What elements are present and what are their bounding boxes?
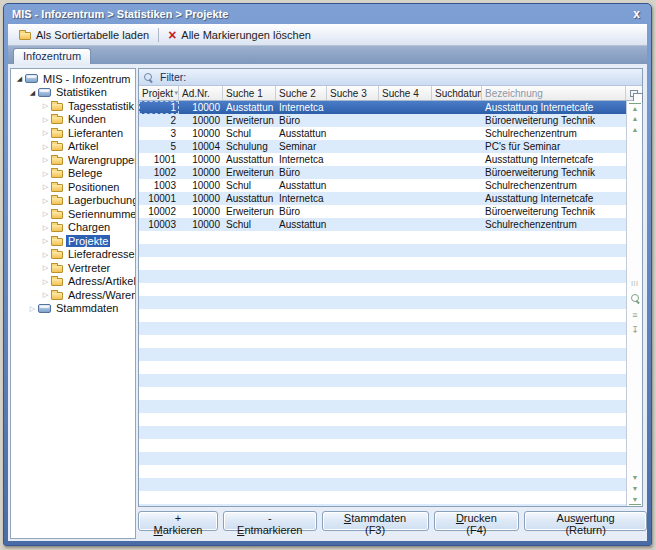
table-cell[interactable]: 1 bbox=[139, 101, 179, 114]
fit-columns-icon[interactable]: ||| bbox=[629, 279, 641, 288]
table-row[interactable]: 100110000AusstattunInternetcaAusstattung… bbox=[139, 153, 626, 166]
table-cell[interactable]: 2 bbox=[139, 114, 179, 127]
table-cell[interactable]: 10000 bbox=[179, 179, 223, 192]
column-header-ad-nr[interactable]: Ad.Nr. bbox=[179, 86, 223, 100]
table-cell[interactable]: 1003 bbox=[139, 179, 179, 192]
table-cell[interactable]: 10000 bbox=[179, 205, 223, 218]
table-cell[interactable]: Internetca bbox=[276, 153, 327, 166]
table-cell[interactable] bbox=[432, 153, 482, 166]
filter-icon[interactable] bbox=[144, 73, 153, 82]
tree-item-tagesstatistik[interactable]: ▷Tagesstatistik bbox=[11, 99, 135, 113]
table-row[interactable]: 510004SchulungSeminarPC's für Seminar bbox=[139, 140, 626, 153]
table-cell[interactable]: Ausstattun bbox=[223, 192, 276, 205]
table-row[interactable]: 1000210000ErweiterunBüroBüroerweiterung … bbox=[139, 205, 626, 218]
table-cell[interactable]: Schulrechenzentrum bbox=[482, 218, 626, 231]
table-cell[interactable]: 10000 bbox=[179, 153, 223, 166]
tree-item-adress-artikel[interactable]: ▷Adress/Artikel bbox=[11, 275, 135, 289]
table-cell[interactable] bbox=[379, 153, 432, 166]
table-cell[interactable] bbox=[327, 153, 379, 166]
tree-item-lieferadressen[interactable]: ▷Lieferadressen bbox=[11, 248, 135, 262]
table-cell[interactable] bbox=[327, 218, 379, 231]
table-cell[interactable] bbox=[379, 192, 432, 205]
table-cell[interactable] bbox=[432, 101, 482, 114]
table-cell[interactable]: 1002 bbox=[139, 166, 179, 179]
tree-item-projekte[interactable]: ▷Projekte bbox=[11, 234, 135, 248]
table-cell[interactable]: Internetca bbox=[276, 101, 327, 114]
table-row[interactable]: 110000AusstattunInternetcaAusstattung In… bbox=[139, 101, 626, 114]
table-cell[interactable]: Schulung bbox=[223, 140, 276, 153]
table-cell[interactable]: Büro bbox=[276, 205, 327, 218]
column-header-suche-3[interactable]: Suche 3 bbox=[327, 86, 379, 100]
load-sort-table-button[interactable]: Als Sortiertabelle laden bbox=[13, 24, 155, 45]
column-header-suche-2[interactable]: Suche 2 bbox=[276, 86, 327, 100]
table-cell[interactable]: Büro bbox=[276, 114, 327, 127]
tree-item-seriennummern[interactable]: ▷Seriennummern bbox=[11, 207, 135, 221]
drucken-f4-button[interactable]: Drucken (F4) bbox=[434, 511, 520, 531]
table-cell[interactable]: Erweiterun bbox=[223, 166, 276, 179]
goto-row-icon[interactable]: ↧ bbox=[629, 326, 641, 335]
table-row[interactable]: 310000SchulAusstattunSchulrechenzentrum bbox=[139, 127, 626, 140]
expand-arrow-icon[interactable]: ▷ bbox=[40, 276, 51, 287]
table-cell[interactable]: Erweiterun bbox=[223, 205, 276, 218]
close-button[interactable]: x bbox=[630, 7, 643, 21]
column-header-suche-1[interactable]: Suche 1 bbox=[223, 86, 276, 100]
table-cell[interactable]: Ausstattun bbox=[223, 101, 276, 114]
table-row[interactable]: 210000ErweiterunBüroBüroerweiterung Tech… bbox=[139, 114, 626, 127]
table-cell[interactable]: PC's für Seminar bbox=[482, 140, 626, 153]
table-cell[interactable] bbox=[379, 205, 432, 218]
expand-arrow-icon[interactable]: ▷ bbox=[40, 114, 51, 125]
table-cell[interactable] bbox=[379, 218, 432, 231]
auswertung-return-button[interactable]: Auswertung (Return) bbox=[524, 511, 647, 531]
expand-arrow-icon[interactable]: ▷ bbox=[40, 262, 51, 273]
scroll-down-alt-icon[interactable]: ▼ bbox=[629, 484, 641, 493]
tree-item-kunden[interactable]: ▷Kunden bbox=[11, 113, 135, 127]
column-chooser-icon[interactable] bbox=[630, 90, 638, 97]
table-cell[interactable]: 1001 bbox=[139, 153, 179, 166]
tree-item-warengruppen[interactable]: ▷Warengruppen bbox=[11, 153, 135, 167]
scroll-up-alt-icon[interactable]: ▲ bbox=[629, 125, 641, 134]
table-cell[interactable]: Schulrechenzentrum bbox=[482, 127, 626, 140]
table-cell[interactable] bbox=[379, 166, 432, 179]
table-cell[interactable]: Ausstattung Internetcafe bbox=[482, 153, 626, 166]
column-header-suchdatum[interactable]: Suchdatum bbox=[432, 86, 482, 100]
table-cell[interactable]: Seminar bbox=[276, 140, 327, 153]
tree-item-adress-warengruppen[interactable]: ▷Adress/Warengruppen bbox=[11, 288, 135, 302]
table-cell[interactable]: Ausstattung Internetcafe bbox=[482, 101, 626, 114]
scroll-down-icon[interactable]: ▼ bbox=[629, 473, 641, 482]
expand-arrow-icon[interactable]: ▷ bbox=[40, 154, 51, 165]
entmarkieren-button[interactable]: - Entmarkieren bbox=[223, 511, 317, 531]
tree-item-vertreter[interactable]: ▷Vertreter bbox=[11, 261, 135, 275]
table-cell[interactable] bbox=[432, 127, 482, 140]
table-cell[interactable]: Büro bbox=[276, 166, 327, 179]
table-cell[interactable]: 10000 bbox=[179, 127, 223, 140]
table-cell[interactable] bbox=[379, 127, 432, 140]
expand-arrow-icon[interactable]: ▷ bbox=[40, 222, 51, 233]
table-cell[interactable]: 10002 bbox=[139, 205, 179, 218]
table-cell[interactable]: Büroerweiterung Technik bbox=[482, 205, 626, 218]
marker-list-icon[interactable]: ≡ bbox=[629, 311, 641, 320]
table-cell[interactable]: 10003 bbox=[139, 218, 179, 231]
stammdaten-f3-button[interactable]: Stammdaten (F3) bbox=[322, 511, 429, 531]
table-cell[interactable] bbox=[327, 205, 379, 218]
expand-arrow-icon[interactable]: ▷ bbox=[40, 127, 51, 138]
table-cell[interactable] bbox=[327, 166, 379, 179]
scroll-up-icon[interactable]: ▲ bbox=[629, 114, 641, 123]
table-cell[interactable]: Ausstattun bbox=[276, 179, 327, 192]
table-cell[interactable]: Büroerweiterung Technik bbox=[482, 166, 626, 179]
expand-arrow-icon[interactable]: ▷ bbox=[40, 289, 51, 300]
tree-item-belege[interactable]: ▷Belege bbox=[11, 167, 135, 181]
expand-arrow-icon[interactable]: ▷ bbox=[40, 181, 51, 192]
expand-arrow-icon[interactable]: ▷ bbox=[40, 249, 51, 260]
table-cell[interactable] bbox=[432, 140, 482, 153]
table-cell[interactable] bbox=[379, 179, 432, 192]
table-cell[interactable]: Ausstattun bbox=[223, 153, 276, 166]
column-header-suche-4[interactable]: Suche 4 bbox=[379, 86, 432, 100]
table-cell[interactable] bbox=[379, 140, 432, 153]
table-cell[interactable]: 10000 bbox=[179, 218, 223, 231]
table-cell[interactable]: 10000 bbox=[179, 192, 223, 205]
table-cell[interactable] bbox=[432, 179, 482, 192]
scroll-top-icon[interactable]: ▲ bbox=[629, 103, 641, 113]
table-cell[interactable]: Erweiterun bbox=[223, 114, 276, 127]
table-cell[interactable]: Internetca bbox=[276, 192, 327, 205]
markieren-button[interactable]: + Markieren bbox=[138, 511, 218, 531]
